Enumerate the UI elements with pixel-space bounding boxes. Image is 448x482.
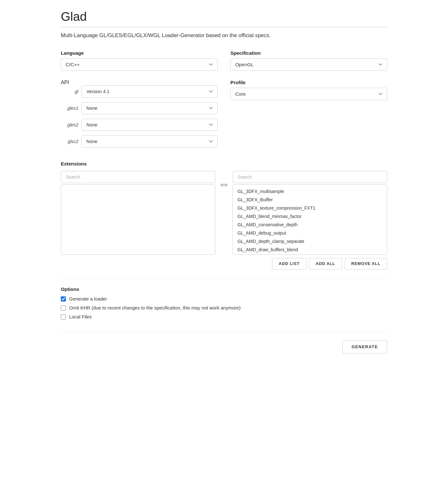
local-files-label[interactable]: Local Files bbox=[69, 314, 92, 319]
extensions-left-search[interactable] bbox=[61, 171, 215, 183]
api-gl-select[interactable]: None Version 1.0 Version 2.0 Version 3.0… bbox=[82, 85, 218, 98]
language-select[interactable]: C/C++ C D Ada bbox=[61, 58, 218, 71]
api-gles1-select[interactable]: None Version 1.0 bbox=[82, 102, 218, 114]
extensions-left-list bbox=[61, 184, 215, 255]
list-item[interactable]: GL_3DFX_multisample bbox=[233, 187, 387, 196]
option-local-files-row: Local Files bbox=[61, 314, 387, 319]
api-right: Profile Core Compatibility bbox=[230, 80, 387, 100]
add-list-button[interactable]: ADD LIST bbox=[272, 258, 306, 269]
omit-khr-checkbox[interactable] bbox=[61, 305, 66, 310]
extensions-right-search[interactable] bbox=[233, 171, 387, 183]
specification-label: Specification bbox=[230, 50, 387, 56]
ext-arrows: ⇔ bbox=[215, 171, 233, 189]
extensions-container: ⇔ GL_3DFX_multisampleGL_3DFX_tbufferGL_3… bbox=[61, 171, 387, 269]
api-gles1-label: gles1 bbox=[61, 106, 78, 111]
list-item[interactable]: GL_AMD_conservative_depth bbox=[233, 221, 387, 229]
generate-loader-label[interactable]: Generate a loader bbox=[69, 296, 107, 301]
language-specification-row: Language C/C++ C D Ada Specification Ope… bbox=[61, 50, 387, 71]
list-item[interactable]: GL_3DFX_texture_compression_FXT1 bbox=[233, 204, 387, 212]
api-profile-section: API gl None Version 1.0 Version 2.0 Vers… bbox=[61, 80, 387, 152]
list-item[interactable]: GL_3DFX_tbuffer bbox=[233, 196, 387, 204]
page-subtitle: Multi-Language GL/GLES/EGL/GLX/WGL Loade… bbox=[61, 32, 387, 39]
list-item[interactable]: GL_AMD_draw_buffers_blend bbox=[233, 245, 387, 254]
list-item[interactable]: GL_AMD_debug_output bbox=[233, 229, 387, 237]
api-gl-label: gl bbox=[61, 89, 78, 94]
language-group: Language C/C++ C D Ada bbox=[61, 50, 218, 71]
extensions-right-panel: GL_3DFX_multisampleGL_3DFX_tbufferGL_3DF… bbox=[233, 171, 387, 269]
api-gles2-select[interactable]: None Version 2.0 Version 3.0 Version 3.2 bbox=[82, 119, 218, 131]
specification-group: Specification OpenGL OpenGL ES EGL GLX W… bbox=[230, 50, 387, 71]
page-title: Glad bbox=[61, 10, 387, 24]
list-item[interactable]: GL_AMD_depth_clamp_separate bbox=[233, 237, 387, 245]
option-omit-khr-row: Omit KHR (due to recent changes to the s… bbox=[61, 305, 387, 310]
local-files-checkbox[interactable] bbox=[61, 314, 66, 319]
add-all-button[interactable]: ADD ALL bbox=[309, 258, 342, 269]
extensions-buttons: ADD LIST ADD ALL REMOVE ALL bbox=[233, 258, 387, 269]
extensions-right-list[interactable]: GL_3DFX_multisampleGL_3DFX_tbufferGL_3DF… bbox=[233, 184, 387, 255]
profile-select[interactable]: Core Compatibility bbox=[230, 88, 387, 100]
api-gles2-label: gles2 bbox=[61, 122, 78, 127]
api-left: API gl None Version 1.0 Version 2.0 Vers… bbox=[61, 80, 218, 152]
api-glsc2-row: glsc2 None Version 2.0 bbox=[61, 135, 218, 148]
generate-button[interactable]: GENERATE bbox=[342, 340, 387, 353]
extensions-right-list-wrapper: GL_3DFX_multisampleGL_3DFX_tbufferGL_3DF… bbox=[233, 184, 387, 255]
api-gles1-row: gles1 None Version 1.0 bbox=[61, 102, 218, 114]
footer-row: GENERATE bbox=[61, 332, 387, 353]
profile-group: Profile Core Compatibility bbox=[230, 80, 387, 100]
api-profile-row: API gl None Version 1.0 Version 2.0 Vers… bbox=[61, 80, 387, 152]
remove-all-button[interactable]: REMOVE ALL bbox=[345, 258, 387, 269]
extensions-section: Extensions ⇔ GL_3DFX_multisampleGL_3DFX_… bbox=[61, 161, 387, 269]
profile-label: Profile bbox=[230, 80, 387, 85]
generate-loader-checkbox[interactable] bbox=[61, 296, 66, 301]
extensions-left-panel bbox=[61, 171, 215, 255]
api-glsc2-select[interactable]: None Version 2.0 bbox=[82, 135, 218, 148]
transfer-arrows-icon: ⇔ bbox=[220, 181, 228, 189]
option-generate-loader-row: Generate a loader bbox=[61, 296, 387, 301]
options-section: Options Generate a loader Omit KHR (due … bbox=[61, 278, 387, 319]
list-item[interactable]: GL_AMD_blend_minmax_factor bbox=[233, 212, 387, 221]
list-item[interactable]: GL_AMD_framebuffer_multisample_advanced bbox=[233, 254, 387, 255]
specification-select[interactable]: OpenGL OpenGL ES EGL GLX WGL bbox=[230, 58, 387, 71]
api-gl-row: gl None Version 1.0 Version 2.0 Version … bbox=[61, 85, 218, 98]
api-label: API bbox=[61, 80, 218, 85]
omit-khr-label[interactable]: Omit KHR (due to recent changes to the s… bbox=[69, 305, 241, 310]
api-glsc2-label: glsc2 bbox=[61, 139, 78, 144]
options-label: Options bbox=[61, 286, 387, 292]
api-gles2-row: gles2 None Version 2.0 Version 3.0 Versi… bbox=[61, 119, 218, 131]
title-divider bbox=[61, 27, 387, 27]
extensions-label: Extensions bbox=[61, 161, 387, 166]
language-label: Language bbox=[61, 50, 218, 56]
